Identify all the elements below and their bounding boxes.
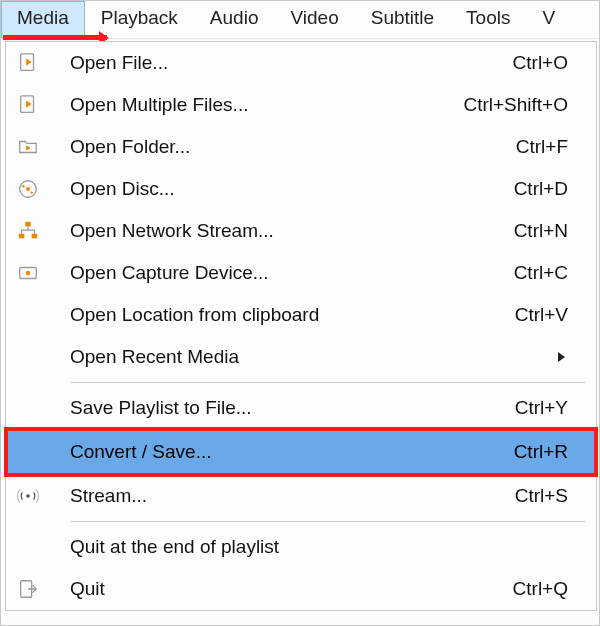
svg-rect-10 — [19, 234, 25, 239]
menubar-item-view[interactable]: V — [526, 1, 571, 38]
svg-marker-1 — [26, 58, 32, 65]
menu-label: Open Recent Media — [70, 346, 556, 368]
menu-label: Open Network Stream... — [70, 220, 514, 242]
menu-item-quit[interactable]: Quit Ctrl+Q — [6, 568, 596, 610]
menu-item-open-recent[interactable]: Open Recent Media — [6, 336, 596, 378]
menu-item-stream[interactable]: Stream... Ctrl+S — [6, 475, 596, 517]
annotation-underline — [3, 35, 107, 40]
menubar-item-subtitle[interactable]: Subtitle — [355, 1, 450, 38]
menu-shortcut: Ctrl+F — [516, 136, 586, 158]
svg-point-6 — [26, 187, 30, 191]
menu-shortcut: Ctrl+D — [514, 178, 586, 200]
menu-item-open-multiple[interactable]: Open Multiple Files... Ctrl+Shift+O — [6, 84, 596, 126]
menu-item-open-capture[interactable]: Open Capture Device... Ctrl+C — [6, 252, 596, 294]
media-menu-dropdown: Open File... Ctrl+O Open Multiple Files.… — [5, 41, 597, 611]
capture-icon — [12, 262, 44, 284]
file-play-icon — [12, 52, 44, 74]
menu-item-open-network[interactable]: Open Network Stream... Ctrl+N — [6, 210, 596, 252]
menubar-item-tools[interactable]: Tools — [450, 1, 526, 38]
svg-point-15 — [26, 494, 30, 498]
svg-marker-14 — [558, 352, 565, 362]
disc-icon — [12, 178, 44, 200]
svg-point-13 — [26, 271, 31, 276]
network-icon — [12, 220, 44, 242]
menu-label: Open File... — [70, 52, 513, 74]
menu-shortcut: Ctrl+Y — [515, 397, 586, 419]
menu-item-open-clipboard[interactable]: Open Location from clipboard Ctrl+V — [6, 294, 596, 336]
menu-separator — [70, 521, 586, 522]
menu-shortcut: Ctrl+R — [514, 441, 586, 463]
menu-item-open-folder[interactable]: Open Folder... Ctrl+F — [6, 126, 596, 168]
submenu-arrow-icon — [556, 347, 586, 368]
menu-shortcut: Ctrl+C — [514, 262, 586, 284]
menu-label: Open Folder... — [70, 136, 516, 158]
menu-item-open-file[interactable]: Open File... Ctrl+O — [6, 42, 596, 84]
file-play-icon — [12, 94, 44, 116]
menu-label: Open Capture Device... — [70, 262, 514, 284]
menu-shortcut: Ctrl+O — [513, 52, 586, 74]
menubar-item-audio[interactable]: Audio — [194, 1, 275, 38]
menu-shortcut: Ctrl+Shift+O — [463, 94, 586, 116]
menu-label: Save Playlist to File... — [70, 397, 515, 419]
folder-play-icon — [12, 136, 44, 158]
app-window: Media Playback Audio Video Subtitle Tool… — [0, 0, 600, 626]
menu-label: Open Disc... — [70, 178, 514, 200]
menu-shortcut: Ctrl+Q — [513, 578, 586, 600]
stream-icon — [12, 485, 44, 507]
svg-marker-4 — [26, 145, 31, 151]
menu-label: Stream... — [70, 485, 515, 507]
svg-point-8 — [30, 191, 32, 193]
svg-rect-9 — [25, 222, 31, 227]
menu-separator — [70, 382, 586, 383]
quit-icon — [12, 578, 44, 600]
menu-label: Open Location from clipboard — [70, 304, 515, 326]
svg-rect-11 — [32, 234, 37, 239]
menu-item-quit-end[interactable]: Quit at the end of playlist — [6, 526, 596, 568]
menubar-item-media[interactable]: Media — [1, 1, 85, 38]
svg-point-7 — [22, 185, 24, 187]
menu-item-save-playlist[interactable]: Save Playlist to File... Ctrl+Y — [6, 387, 596, 429]
menu-label: Open Multiple Files... — [70, 94, 463, 116]
menubar: Media Playback Audio Video Subtitle Tool… — [1, 1, 599, 39]
menu-label: Quit at the end of playlist — [70, 536, 568, 558]
menu-label: Quit — [70, 578, 513, 600]
menu-item-open-disc[interactable]: Open Disc... Ctrl+D — [6, 168, 596, 210]
menu-shortcut: Ctrl+V — [515, 304, 586, 326]
menu-shortcut: Ctrl+S — [515, 485, 586, 507]
menubar-item-video[interactable]: Video — [274, 1, 354, 38]
menu-shortcut: Ctrl+N — [514, 220, 586, 242]
menu-label: Convert / Save... — [70, 441, 514, 463]
menu-item-convert-save[interactable]: Convert / Save... Ctrl+R — [6, 429, 596, 475]
svg-marker-3 — [26, 100, 32, 107]
